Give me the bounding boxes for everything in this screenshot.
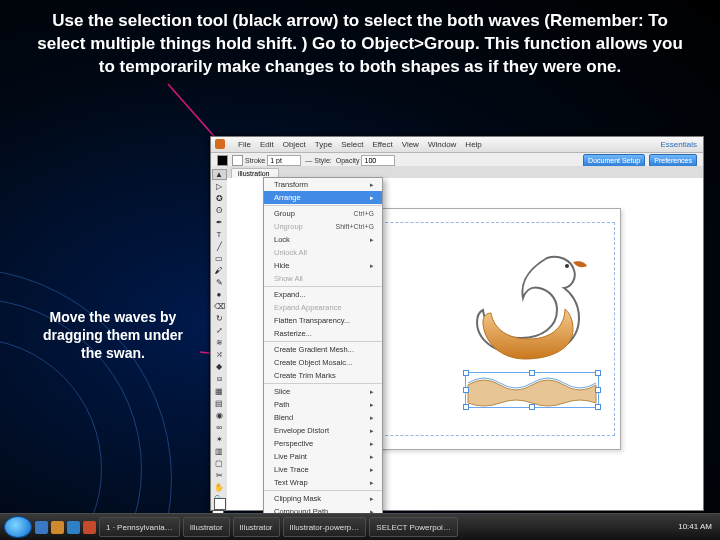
menu-item-create-object-mosaic-[interactable]: Create Object Mosaic...	[264, 356, 382, 369]
tool-direct-selection[interactable]: ▷	[212, 181, 227, 192]
tool-artboard[interactable]: ▢	[212, 458, 227, 469]
quicklaunch-icon[interactable]	[67, 521, 80, 534]
stroke-weight-input[interactable]	[267, 155, 301, 166]
menu-item-ungroup: UngroupShift+Ctrl+G	[264, 220, 382, 233]
menu-item-label: Expand Appearance	[274, 303, 342, 312]
menu-bar: File Edit Object Type Select Effect View…	[211, 137, 703, 153]
tool-eraser[interactable]: ⌫	[212, 301, 227, 312]
menu-item-create-trim-marks[interactable]: Create Trim Marks	[264, 369, 382, 382]
quicklaunch-icon[interactable]	[83, 521, 96, 534]
taskbar-button[interactable]: SELECT Powerpoi…	[369, 517, 458, 537]
canvas[interactable]: Swan	[227, 178, 703, 510]
menu-item-envelope-distort[interactable]: Envelope Distort▸	[264, 424, 382, 437]
submenu-arrow-icon: ▸	[370, 401, 374, 409]
tool-slice[interactable]: ✂	[212, 470, 227, 481]
tool-mesh[interactable]: ▦	[212, 386, 227, 397]
menu-item-label: Expand...	[274, 290, 306, 299]
menu-item-text-wrap[interactable]: Text Wrap▸	[264, 476, 382, 489]
submenu-arrow-icon: ▸	[370, 466, 374, 474]
shortcut-label: Shift+Ctrl+G	[335, 223, 374, 230]
taskbar-button[interactable]: Illustrator-powerp…	[283, 517, 367, 537]
tool-scale[interactable]: ⤢	[212, 325, 227, 336]
submenu-arrow-icon: ▸	[370, 388, 374, 396]
menu-item-path[interactable]: Path▸	[264, 398, 382, 411]
tool-rectangle[interactable]: ▭	[212, 253, 227, 264]
menu-item-blend[interactable]: Blend▸	[264, 411, 382, 424]
side-note-text: Move the waves by dragging them under th…	[38, 308, 188, 363]
waves-selection[interactable]	[465, 372, 599, 408]
menu-item-arrange[interactable]: Arrange▸	[264, 191, 382, 204]
menu-item-label: Live Trace	[274, 465, 309, 474]
stroke-swatch[interactable]	[232, 155, 243, 166]
start-button[interactable]	[4, 516, 32, 538]
quicklaunch-icon[interactable]	[51, 521, 64, 534]
tool-type[interactable]: T	[212, 229, 227, 240]
tool-free-transform[interactable]: ⤭	[212, 349, 227, 360]
taskbar-button[interactable]: Illustrator	[183, 517, 230, 537]
menu-help[interactable]: Help	[465, 140, 481, 149]
menu-effect[interactable]: Effect	[372, 140, 392, 149]
workspace-switcher[interactable]: Essentials	[661, 140, 697, 149]
tool-selection[interactable]: ▲	[212, 169, 227, 180]
tool-symbol-sprayer[interactable]: ✶	[212, 434, 227, 445]
menu-item-label: Transform	[274, 180, 308, 189]
tool-width[interactable]: ≋	[212, 337, 227, 348]
menu-file[interactable]: File	[238, 140, 251, 149]
slide-background: Use the selection tool (black arrow) to …	[0, 0, 720, 540]
menu-item-flatten-transparency-[interactable]: Flatten Transparency...	[264, 314, 382, 327]
tool-pencil[interactable]: ✎	[212, 277, 227, 288]
menu-item-clipping-mask[interactable]: Clipping Mask▸	[264, 492, 382, 505]
submenu-arrow-icon: ▸	[370, 236, 374, 244]
menu-type[interactable]: Type	[315, 140, 332, 149]
menu-window[interactable]: Window	[428, 140, 456, 149]
tool-hand[interactable]: ✋	[212, 482, 227, 493]
tool-eyedropper[interactable]: ◉	[212, 410, 227, 421]
app-icon	[215, 139, 225, 149]
menu-item-live-paint[interactable]: Live Paint▸	[264, 450, 382, 463]
menu-item-label: Slice	[274, 387, 290, 396]
menu-item-group[interactable]: GroupCtrl+G	[264, 207, 382, 220]
menu-select[interactable]: Select	[341, 140, 363, 149]
menu-item-live-trace[interactable]: Live Trace▸	[264, 463, 382, 476]
headline-text: Use the selection tool (black arrow) to …	[30, 10, 690, 79]
fill-swatch[interactable]	[217, 155, 228, 166]
submenu-arrow-icon: ▸	[370, 414, 374, 422]
tool-gradient[interactable]: ▤	[212, 398, 227, 409]
menu-item-transform[interactable]: Transform▸	[264, 178, 382, 191]
tool-line[interactable]: ╱	[212, 241, 227, 252]
tool-paintbrush[interactable]: 🖌	[212, 265, 227, 276]
taskbar-button[interactable]: Illustrator	[233, 517, 280, 537]
menu-item-expand-[interactable]: Expand...	[264, 288, 382, 301]
menu-item-slice[interactable]: Slice▸	[264, 385, 382, 398]
menu-item-rasterize-[interactable]: Rasterize...	[264, 327, 382, 340]
menu-item-label: Path	[274, 400, 289, 409]
menu-item-create-gradient-mesh-[interactable]: Create Gradient Mesh...	[264, 343, 382, 356]
menu-edit[interactable]: Edit	[260, 140, 274, 149]
menu-item-expand-appearance: Expand Appearance	[264, 301, 382, 314]
tool-blob-brush[interactable]: ●	[212, 289, 227, 300]
tool-magic-wand[interactable]: ✪	[212, 193, 227, 204]
menu-item-label: Create Object Mosaic...	[274, 358, 352, 367]
tool-pen[interactable]: ✒	[212, 217, 227, 228]
quicklaunch-icon[interactable]	[35, 521, 48, 534]
submenu-arrow-icon: ▸	[370, 427, 374, 435]
opacity-input[interactable]	[361, 155, 395, 166]
taskbar-button[interactable]: 1 · Pennsylvania…	[99, 517, 180, 537]
tool-perspective[interactable]: ⧈	[212, 373, 227, 385]
menu-item-label: Perspective	[274, 439, 313, 448]
menu-view[interactable]: View	[402, 140, 419, 149]
submenu-arrow-icon: ▸	[370, 181, 374, 189]
menu-item-perspective[interactable]: Perspective▸	[264, 437, 382, 450]
preferences-button[interactable]: Preferences	[649, 154, 697, 167]
document-setup-button[interactable]: Document Setup	[583, 154, 645, 167]
tool-shape-builder[interactable]: ◆	[212, 361, 227, 372]
tool-blend[interactable]: ∞	[212, 422, 227, 433]
swan-artwork[interactable]	[459, 240, 599, 360]
tool-lasso[interactable]: ʘ	[212, 205, 227, 216]
submenu-arrow-icon: ▸	[370, 495, 374, 503]
tool-column-graph[interactable]: ▥	[212, 446, 227, 457]
menu-item-hide[interactable]: Hide▸	[264, 259, 382, 272]
menu-object[interactable]: Object	[283, 140, 306, 149]
tool-rotate[interactable]: ↻	[212, 313, 227, 324]
menu-item-lock[interactable]: Lock▸	[264, 233, 382, 246]
